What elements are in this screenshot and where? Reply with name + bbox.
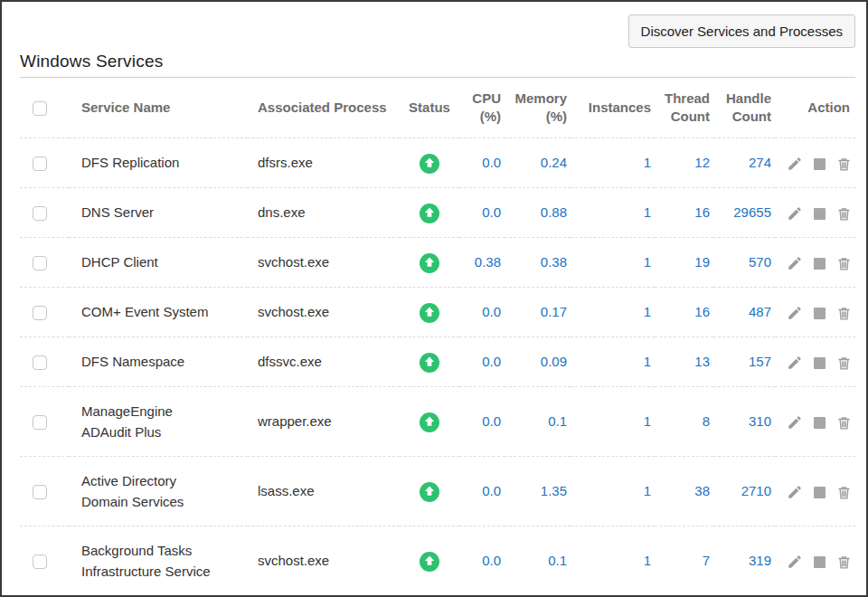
edit-icon[interactable] — [787, 414, 803, 431]
stop-icon[interactable] — [814, 258, 826, 270]
associated-process: svchost.exe — [248, 237, 400, 287]
stop-icon[interactable] — [814, 556, 826, 568]
instances-value: 1 — [571, 287, 655, 336]
associated-process: dns.exe — [248, 187, 400, 237]
stop-icon[interactable] — [814, 487, 826, 498]
delete-icon[interactable] — [836, 156, 852, 172]
threads-value: 16 — [655, 187, 713, 237]
table-row: DFS Replication dfsrs.exe 0.0 0.24 1 12 … — [20, 137, 855, 187]
handles-value: 570 — [713, 237, 775, 287]
handles-value: 319 — [713, 526, 775, 595]
associated-process: svchost.exe — [248, 287, 400, 336]
row-checkbox[interactable] — [33, 256, 47, 270]
edit-icon[interactable] — [787, 255, 803, 271]
delete-icon[interactable] — [836, 415, 852, 431]
associated-process: dfsrs.exe — [248, 137, 400, 187]
memory-value: 1.35 — [505, 456, 571, 526]
instances-value: 1 — [571, 526, 655, 595]
table-row: ManageEngine ADAudit Plus wrapper.exe 0.… — [20, 386, 855, 456]
handles-value: 310 — [713, 386, 775, 456]
page-header: Discover Services and Processes Windows … — [20, 2, 855, 78]
threads-value: 13 — [655, 336, 713, 386]
cpu-value: 0.0 — [459, 456, 505, 526]
row-checkbox[interactable] — [33, 306, 47, 320]
cpu-value: 0.0 — [459, 526, 505, 595]
memory-value: 0.88 — [505, 187, 571, 237]
col-header-cpu: CPU (%) — [459, 78, 505, 137]
edit-icon[interactable] — [787, 484, 803, 500]
status-up-icon — [420, 412, 439, 432]
status-up-icon — [420, 353, 439, 373]
associated-process: lsass.exe — [248, 456, 400, 526]
instances-value: 1 — [571, 386, 655, 456]
row-checkbox[interactable] — [33, 156, 47, 171]
handles-value: 157 — [713, 336, 775, 386]
row-checkbox[interactable] — [33, 554, 47, 569]
delete-icon[interactable] — [836, 485, 852, 500]
stop-icon[interactable] — [814, 357, 826, 369]
edit-icon[interactable] — [787, 205, 803, 222]
table-row: COM+ Event System svchost.exe 0.0 0.17 1… — [20, 287, 855, 336]
delete-icon[interactable] — [836, 554, 852, 570]
memory-value: 0.1 — [505, 526, 571, 595]
status-up-icon — [420, 552, 439, 572]
service-name: Background Tasks Infrastructure Service — [81, 540, 222, 582]
col-header-instances: Instances — [571, 78, 655, 137]
status-up-icon — [420, 482, 439, 502]
table-row: DNS Server dns.exe 0.0 0.88 1 16 29655 — [20, 187, 855, 237]
edit-icon[interactable] — [787, 305, 803, 321]
handles-value: 29655 — [713, 187, 775, 237]
memory-value: 0.17 — [505, 287, 571, 336]
memory-value: 0.1 — [505, 386, 571, 456]
row-checkbox[interactable] — [33, 206, 47, 221]
row-checkbox[interactable] — [33, 485, 47, 499]
edit-icon[interactable] — [787, 156, 803, 172]
col-header-action: Action — [775, 78, 855, 137]
cpu-value: 0.0 — [459, 287, 505, 336]
services-table-body: DFS Replication dfsrs.exe 0.0 0.24 1 12 … — [20, 137, 855, 595]
cpu-value: 0.0 — [459, 187, 505, 237]
table-row: Background Tasks Infrastructure Service … — [20, 526, 855, 595]
status-up-icon — [420, 204, 439, 223]
instances-value: 1 — [571, 336, 655, 386]
handles-value: 487 — [713, 287, 775, 336]
threads-value: 19 — [655, 237, 713, 287]
col-header-handle-count: Handle Count — [713, 78, 775, 137]
stop-icon[interactable] — [814, 417, 826, 429]
cpu-value: 0.0 — [459, 137, 505, 187]
threads-value: 16 — [655, 287, 713, 336]
instances-value: 1 — [571, 137, 655, 187]
select-all-checkbox[interactable] — [33, 101, 47, 116]
service-name: Active Directory Domain Services — [81, 470, 222, 512]
associated-process: dfssvc.exe — [248, 336, 400, 386]
associated-process: svchost.exe — [248, 526, 400, 595]
delete-icon[interactable] — [836, 206, 852, 222]
row-checkbox[interactable] — [33, 355, 47, 370]
delete-icon[interactable] — [836, 355, 852, 371]
edit-icon[interactable] — [787, 554, 803, 570]
col-header-associated-process: Associated Process — [248, 78, 400, 137]
stop-icon[interactable] — [814, 158, 826, 170]
discover-services-button[interactable]: Discover Services and Processes — [628, 14, 855, 48]
services-table: Service Name Associated Process Status C… — [20, 78, 855, 595]
row-checkbox[interactable] — [33, 415, 47, 430]
service-name: DHCP Client — [81, 251, 158, 272]
cpu-value: 0.0 — [459, 336, 505, 386]
stop-icon[interactable] — [814, 308, 826, 319]
service-name: COM+ Event System — [81, 301, 208, 322]
status-up-icon — [420, 303, 439, 323]
handles-value: 2710 — [713, 456, 775, 526]
delete-icon[interactable] — [836, 306, 852, 321]
delete-icon[interactable] — [836, 256, 852, 271]
edit-icon[interactable] — [787, 355, 803, 371]
service-name: DFS Replication — [81, 152, 179, 173]
stop-icon[interactable] — [814, 208, 826, 220]
associated-process: wrapper.exe — [248, 386, 400, 456]
instances-value: 1 — [571, 187, 655, 237]
table-row: DHCP Client svchost.exe 0.38 0.38 1 19 5… — [20, 237, 855, 287]
threads-value: 12 — [655, 137, 713, 187]
instances-value: 1 — [571, 456, 655, 526]
threads-value: 38 — [655, 456, 713, 526]
memory-value: 0.24 — [505, 137, 571, 187]
service-name: DNS Server — [81, 202, 154, 223]
